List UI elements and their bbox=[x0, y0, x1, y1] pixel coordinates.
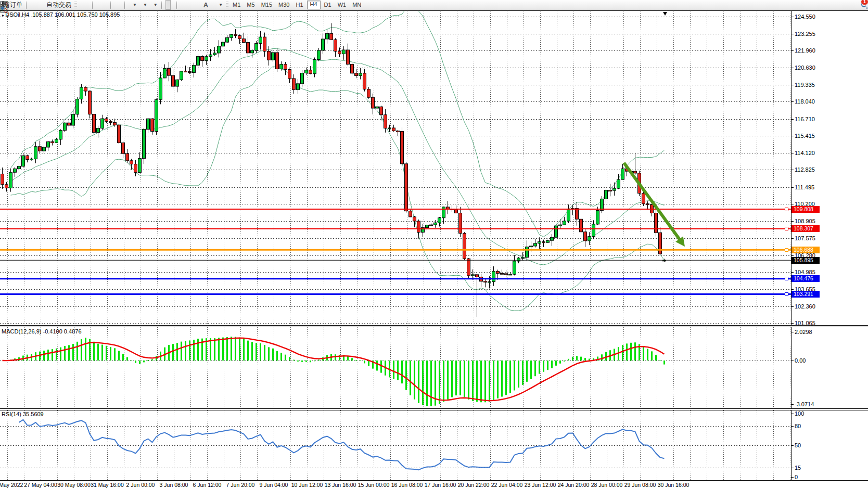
hline-icon[interactable] bbox=[185, 1, 189, 9]
price-axis-label: 121.960 bbox=[795, 47, 815, 54]
market-icon[interactable] bbox=[30, 1, 34, 9]
macd-axis-label: 0.00 bbox=[795, 357, 806, 364]
price-level-tag[interactable]: 109.808 bbox=[792, 206, 820, 213]
axis-tick bbox=[791, 426, 794, 427]
template-button[interactable]: ▼ bbox=[149, 1, 160, 9]
axis-tick bbox=[791, 255, 794, 256]
axis-tick bbox=[791, 17, 794, 17]
crosshair-icon[interactable] bbox=[171, 1, 175, 9]
rsi-axis-label: 0 bbox=[795, 474, 798, 480]
toolbar-grip bbox=[226, 2, 228, 9]
price-axis-label: 115.415 bbox=[795, 133, 815, 139]
rsi-axis-label: 100 bbox=[795, 410, 804, 417]
axis-tick bbox=[791, 414, 794, 414]
rsi-indicator-panel[interactable] bbox=[0, 410, 791, 480]
objects-icon[interactable] bbox=[119, 1, 123, 9]
axis-tick bbox=[791, 445, 794, 446]
line-chart-icon[interactable] bbox=[86, 1, 91, 9]
price-axis-label: 101.065 bbox=[795, 320, 815, 326]
trendline-icon[interactable] bbox=[189, 1, 193, 9]
price-axis-label: 112.825 bbox=[795, 166, 815, 173]
price-level-tag[interactable]: 106.688 bbox=[792, 247, 820, 253]
hline-handle[interactable] bbox=[785, 277, 788, 280]
price-axis-label: 123.255 bbox=[795, 31, 815, 37]
tab-timeframe-m1[interactable]: M1 bbox=[230, 1, 243, 9]
macd-axis-label: 2.0298 bbox=[795, 329, 812, 335]
add-indicator-button[interactable]: ▼ bbox=[129, 1, 139, 9]
rsi-axis-label: 80 bbox=[795, 423, 801, 429]
price-axis-label: 116.710 bbox=[795, 116, 815, 122]
price-level-tag[interactable]: 103.291 bbox=[792, 291, 820, 298]
axis-tick bbox=[791, 272, 794, 273]
price-axis-label: 119.335 bbox=[795, 82, 815, 88]
axis-tick bbox=[791, 361, 794, 361]
axis-tick bbox=[791, 332, 794, 332]
price-axis-label: 124.550 bbox=[795, 14, 815, 20]
text-icon[interactable]: A bbox=[201, 1, 210, 9]
macd-values: -0.4100 0.4876 bbox=[43, 328, 81, 334]
axis-tick bbox=[791, 34, 794, 34]
autotrade-button[interactable]: 自动交易 bbox=[43, 1, 73, 9]
axis-tick bbox=[791, 187, 794, 188]
tab-timeframe-h4[interactable]: H4 bbox=[307, 1, 321, 9]
rsi-label: RSI(14) 35.5609 bbox=[2, 411, 44, 417]
chart-symbol-label: ▸ USOil,H4 105.887 106.001 105.750 105.8… bbox=[2, 11, 120, 18]
label-icon[interactable]: T bbox=[210, 1, 214, 9]
bars-chart-icon[interactable] bbox=[78, 1, 82, 9]
profiles-icon[interactable] bbox=[34, 1, 39, 9]
rsi-axis-label: 15 bbox=[795, 465, 801, 471]
tab-timeframe-w1[interactable]: W1 bbox=[335, 1, 349, 9]
axis-tick bbox=[791, 68, 794, 68]
zoom-out-icon[interactable] bbox=[100, 1, 105, 9]
hline-handle[interactable] bbox=[785, 208, 788, 211]
hline-handle[interactable] bbox=[785, 292, 788, 296]
vline-icon[interactable] bbox=[181, 1, 185, 9]
price-axis-label: 114.120 bbox=[795, 150, 815, 156]
tab-timeframe-mn[interactable]: MN bbox=[350, 1, 364, 9]
indicators-icon[interactable] bbox=[114, 1, 119, 9]
macd-indicator-panel[interactable] bbox=[0, 327, 791, 408]
toolbar-separator bbox=[161, 2, 164, 9]
chevron-down-icon: ▼ bbox=[219, 3, 223, 7]
autotrade-label: 自动交易 bbox=[46, 1, 71, 9]
notification-badge: 1 bbox=[861, 0, 868, 5]
rsi-axis-label: 50 bbox=[795, 442, 801, 448]
tab-timeframe-m30[interactable]: M30 bbox=[276, 1, 292, 9]
tile-windows-icon[interactable] bbox=[105, 1, 109, 9]
cursor-icon[interactable] bbox=[165, 0, 171, 10]
price-level-tag[interactable]: 108.307 bbox=[792, 225, 820, 232]
toolbar-separator bbox=[92, 2, 95, 9]
macd-axis-label: -3.0714 bbox=[795, 401, 814, 407]
axis-tick bbox=[791, 404, 794, 405]
shapes-button[interactable]: ▼ bbox=[214, 1, 225, 9]
axis-tick bbox=[791, 170, 794, 170]
trading-platform-window: 新订单 自动交易 ▼ ▼ ▼ E F A T ▼ bbox=[0, 0, 868, 489]
zoom-in-icon[interactable] bbox=[96, 1, 100, 9]
axis-tick bbox=[791, 153, 794, 153]
axis-tick bbox=[791, 468, 794, 468]
price-level-tag[interactable]: 104.476 bbox=[792, 275, 820, 282]
toolbar-separator bbox=[26, 2, 29, 9]
channel-icon[interactable]: E bbox=[193, 1, 197, 9]
hline-handle[interactable] bbox=[785, 227, 788, 230]
toolbar-grip bbox=[74, 2, 77, 9]
hline-handle[interactable] bbox=[785, 248, 788, 252]
axis-tick bbox=[791, 323, 794, 324]
tab-timeframe-d1[interactable]: D1 bbox=[322, 1, 334, 9]
fibonacci-icon[interactable]: F bbox=[197, 1, 201, 9]
chevron-down-icon: ▼ bbox=[133, 3, 137, 7]
period-button[interactable]: ▼ bbox=[139, 1, 149, 9]
tab-timeframe-m15[interactable]: M15 bbox=[259, 1, 275, 9]
tab-timeframe-h1[interactable]: H1 bbox=[293, 1, 305, 9]
axis-tick bbox=[791, 289, 794, 290]
signals-icon[interactable] bbox=[39, 1, 43, 9]
toolbar-separator bbox=[176, 2, 179, 9]
main-price-chart[interactable] bbox=[0, 11, 791, 325]
axis-tick bbox=[791, 101, 794, 102]
axis-tick bbox=[791, 477, 794, 478]
chevron-down-icon: ▼ bbox=[143, 3, 147, 7]
current-price-tag[interactable]: 105.895 bbox=[792, 257, 820, 264]
tab-timeframe-m5[interactable]: M5 bbox=[244, 1, 257, 9]
candles-chart-icon[interactable] bbox=[82, 1, 86, 9]
axis-tick bbox=[791, 238, 794, 239]
